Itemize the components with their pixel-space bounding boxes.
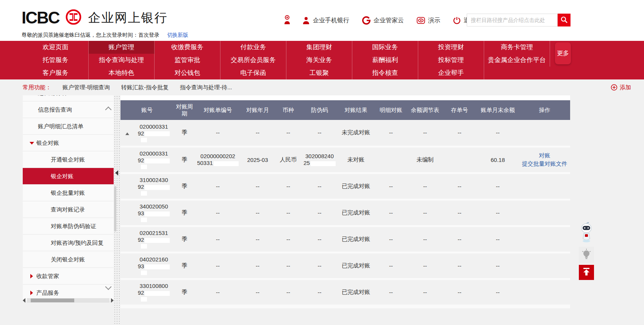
period-cell: 季 [174, 173, 195, 199]
account-number: 02000033192 [135, 123, 173, 142]
sidebar-item-开通银企对账[interactable]: 开通银企对账 [23, 151, 114, 168]
page-title: 企业网上银行 [88, 9, 168, 26]
nav-item-托管服务[interactable]: 托管服务 [23, 54, 89, 67]
month-cell: -- [240, 199, 275, 226]
operations-cell [519, 279, 570, 305]
hscroll-right-arrow-icon[interactable] [111, 298, 114, 303]
add-quick-function-button[interactable]: 添加 [611, 84, 631, 91]
sidebar-item-账户明细汇总清单[interactable]: 账户明细汇总清单 [23, 118, 114, 135]
switch-version-link[interactable]: 切换新版 [167, 32, 188, 38]
adjustment-cell: -- [408, 279, 442, 305]
action-link-提交批量对账文件[interactable]: 提交批量对账文件 [520, 160, 569, 168]
sidebar-item-收款管家[interactable]: 收款管家 [23, 268, 114, 285]
sidebar-item-银企对账[interactable]: 银企对账 [23, 168, 114, 185]
nav-item-海关业务[interactable]: 海关业务 [286, 54, 352, 67]
quick-function-bar: 常用功能： 账户管理-明细查询转账汇款-指令批复指令查询与处理-待... 添加 [0, 79, 644, 95]
quick-link-转账汇款-指令批复[interactable]: 转账汇款-指令批复 [121, 84, 169, 90]
nav-item-工银聚[interactable]: 工银聚 [286, 67, 352, 79]
quick-link-账户管理-明细查询[interactable]: 账户管理-明细查询 [63, 84, 110, 90]
nav-item-指令核查[interactable]: 指令核查 [352, 67, 418, 79]
lightbulb-icon [581, 249, 591, 261]
hscroll-left-arrow-icon[interactable] [23, 298, 25, 303]
nav-more-button[interactable]: 更多 [555, 42, 571, 64]
nav-item-投资理财[interactable]: 投资理财 [418, 41, 484, 54]
column-header-余额调节表: 余额调节表 [408, 100, 442, 120]
operations-cell: 对账提交批量对账文件 [519, 146, 570, 173]
search-input[interactable] [467, 14, 558, 26]
detail-cell: -- [374, 252, 408, 279]
vertical-scroll-thumb[interactable] [114, 186, 116, 232]
column-header-存单号: 存单号 [442, 100, 477, 120]
nav-item-薪酬福利[interactable]: 薪酬福利 [352, 54, 418, 67]
quick-link-指令查询与处理-待...[interactable]: 指令查询与处理-待... [180, 84, 232, 90]
expand-collapse-icon[interactable] [125, 132, 129, 135]
nav-item-电子保函[interactable]: 电子保函 [220, 67, 286, 79]
statement-no-cell: -- [195, 173, 240, 199]
action-link-对账[interactable]: 对账 [520, 151, 569, 160]
adjustment-cell: -- [408, 173, 442, 199]
sidebar-horizontal-scrollbar[interactable] [23, 297, 114, 303]
nav-item-企业帮手[interactable]: 企业帮手 [418, 67, 484, 79]
tips-button[interactable] [579, 247, 594, 263]
column-header-账号: 账号 [120, 100, 174, 120]
nav-item-账户管理[interactable]: 账户管理 [89, 41, 155, 54]
nav-item-贵金属企业合作平台[interactable]: 贵金属企业合作平台 [484, 54, 550, 67]
nav-item-监管审批[interactable]: 监管审批 [155, 54, 220, 67]
nav-item-交易所会员服务[interactable]: 交易所会员服务 [220, 54, 286, 67]
sidebar-item-对账单防伪码验证[interactable]: 对账单防伪码验证 [23, 218, 114, 235]
content-area: 超长期明细信息报告查询账户明细汇总清单银企对账开通银企对账银企对账银企批量对账查… [0, 95, 644, 325]
nav-item-付款业务[interactable]: 付款业务 [220, 41, 286, 54]
nav-item-收缴费服务[interactable]: 收缴费服务 [155, 41, 220, 54]
mobile-banking-link[interactable]: 企业手机银行 [302, 16, 349, 25]
deposit-no-cell: -- [442, 173, 477, 199]
detail-cell: -- [374, 279, 408, 305]
nav-item-商务卡管理[interactable]: 商务卡管理 [484, 41, 550, 54]
deposit-no-cell: -- [442, 252, 477, 279]
period-cell: 季 [174, 226, 195, 252]
sidebar-item-超长期明细[interactable]: 超长期明细 [23, 95, 114, 101]
nav-item-客户服务[interactable]: 客户服务 [23, 67, 89, 79]
sidebar-item-银企批量对账[interactable]: 银企批量对账 [23, 185, 114, 201]
nav-item-欢迎页面[interactable]: 欢迎页面 [23, 41, 89, 54]
redaction-stub [141, 138, 147, 142]
nav-item-投标管理[interactable]: 投标管理 [418, 54, 484, 67]
sidebar-item-对账咨询/预约及回复[interactable]: 对账咨询/预约及回复 [23, 235, 114, 251]
adjustment-cell: -- [408, 120, 442, 146]
detail-cell: -- [374, 199, 408, 226]
sidebar-item-银企对账[interactable]: 银企对账 [23, 135, 114, 151]
hscroll-track[interactable] [27, 298, 109, 303]
anti-code-cell-value: 30200824025 [302, 153, 337, 166]
adjustment-cell: 未编制 [408, 146, 442, 173]
collapse-sidebar-arrow-icon[interactable] [115, 170, 118, 176]
detail-cell [374, 146, 408, 173]
operations-cell [519, 173, 570, 199]
manager-cloud-link[interactable]: 企业管家云 [362, 16, 404, 25]
result-cell: 已完成对账 [338, 199, 374, 226]
period-cell: 季 [174, 199, 195, 226]
hscroll-thumb[interactable] [31, 299, 74, 302]
result-cell: 未完成对账 [338, 120, 374, 146]
back-to-top-button[interactable] [579, 265, 594, 280]
search-button[interactable] [558, 14, 571, 26]
sidebar-item-信息报告查询[interactable]: 信息报告查询 [23, 101, 114, 118]
sidebar-item-关闭银企对账[interactable]: 关闭银企对账 [23, 251, 114, 268]
nav-item-本地特色[interactable]: 本地特色 [89, 67, 155, 79]
triangle-right-icon [30, 291, 33, 295]
account-cell: 02000033192 [120, 146, 174, 173]
robot-assistant-button[interactable] [579, 222, 594, 244]
period-cell: 季 [174, 120, 195, 146]
nav-item-对公钱包[interactable]: 对公钱包 [155, 67, 220, 79]
nav-item-国际业务[interactable]: 国际业务 [352, 41, 418, 54]
sidebar-item-查询对账记录[interactable]: 查询对账记录 [23, 201, 114, 218]
demo-link[interactable]: 演示 [417, 17, 440, 25]
anti-code-cell: -- [302, 120, 338, 146]
anti-code-cell: -- [302, 252, 338, 279]
account-cell: 04020216093 [120, 252, 174, 279]
reconciliation-table: 账号对账周期对账单编号对账年月币种防伪码对账结果明细对账余额调节表存单号账单月末… [120, 100, 570, 306]
nav-item-指令查询与处理[interactable]: 指令查询与处理 [89, 54, 155, 67]
statement-no-cell: -- [195, 120, 240, 146]
nav-item-集团理财[interactable]: 集团理财 [286, 41, 352, 54]
currency-cell: -- [275, 252, 302, 279]
column-header-对账周期: 对账周期 [174, 100, 195, 120]
redaction-box [145, 131, 170, 136]
